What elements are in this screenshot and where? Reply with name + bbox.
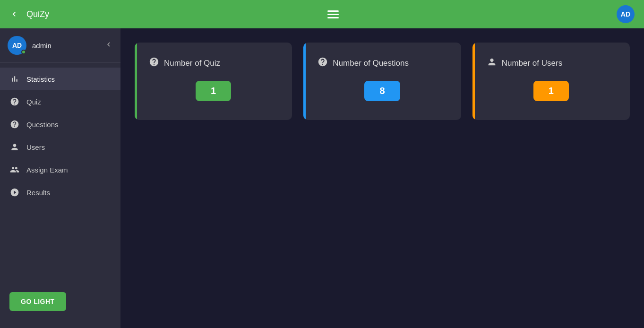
sidebar-item-users[interactable]: Users: [0, 136, 120, 158]
online-indicator: [21, 50, 26, 54]
back-button[interactable]: [9, 9, 19, 19]
stat-card-questions: Number of Questions 8: [303, 43, 461, 120]
stat-card-header-questions: Number of Questions: [318, 57, 447, 69]
sidebar-item-label-results: Results: [26, 189, 50, 197]
users-icon: [9, 142, 20, 152]
topbar-avatar[interactable]: AD: [617, 5, 635, 23]
sidebar-user-section: AD admin: [0, 28, 120, 63]
sidebar-item-results[interactable]: Results: [0, 181, 120, 204]
stats-grid: Number of Quiz 1 Number of Questions 8: [135, 43, 630, 120]
stat-card-title-quiz: Number of Quiz: [164, 59, 220, 68]
stat-card-quiz: Number of Quiz 1: [135, 43, 292, 120]
stat-users-icon: [487, 57, 497, 69]
quiz-icon: [9, 97, 20, 106]
stat-card-value-quiz: 1: [196, 81, 231, 101]
menu-button[interactable]: [326, 9, 341, 20]
stat-questions-icon: [318, 57, 328, 69]
sidebar-collapse-button[interactable]: [104, 40, 113, 51]
sidebar-nav: Statistics Quiz Questions: [0, 63, 120, 285]
sidebar-item-label-statistics: Statistics: [26, 75, 55, 83]
menu-line: [327, 10, 339, 12]
questions-icon: [9, 120, 20, 129]
stat-card-title-questions: Number of Questions: [333, 59, 409, 68]
stat-card-header-users: Number of Users: [487, 57, 616, 69]
sidebar-item-statistics[interactable]: Statistics: [0, 68, 120, 90]
go-light-button[interactable]: GO LIGHT: [9, 292, 66, 311]
stat-card-value-wrapper-quiz: 1: [149, 81, 278, 101]
stat-card-value-wrapper-users: 1: [487, 81, 616, 101]
stat-card-users: Number of Users 1: [472, 43, 630, 120]
stat-card-header-quiz: Number of Quiz: [149, 57, 278, 69]
app-title: QuiZy: [26, 9, 49, 19]
sidebar-item-questions[interactable]: Questions: [0, 113, 120, 136]
statistics-icon: [9, 74, 20, 84]
stat-card-value-wrapper-questions: 8: [318, 81, 447, 101]
topbar-left: QuiZy: [9, 9, 49, 19]
results-icon: [9, 188, 20, 197]
sidebar-footer: GO LIGHT: [0, 285, 120, 319]
sidebar: AD admin Statistics Quiz: [0, 28, 120, 328]
menu-line: [327, 17, 339, 18]
sidebar-avatar: AD: [8, 36, 26, 55]
sidebar-item-assign-exam[interactable]: Assign Exam: [0, 158, 120, 181]
stat-card-value-questions: 8: [364, 81, 400, 101]
stat-card-title-users: Number of Users: [502, 59, 562, 68]
sidebar-item-label-users: Users: [26, 143, 45, 151]
topbar: QuiZy AD: [0, 0, 644, 28]
main-content: Number of Quiz 1 Number of Questions 8: [120, 28, 644, 328]
sidebar-username: admin: [32, 42, 104, 50]
stat-card-value-users: 1: [533, 81, 569, 101]
sidebar-item-quiz[interactable]: Quiz: [0, 90, 120, 113]
sidebar-item-label-quiz: Quiz: [26, 98, 41, 106]
sidebar-item-label-questions: Questions: [26, 121, 59, 129]
stat-quiz-icon: [149, 57, 159, 69]
sidebar-item-label-assign-exam: Assign Exam: [26, 166, 68, 174]
assign-exam-icon: [9, 165, 20, 174]
menu-line: [327, 14, 339, 15]
